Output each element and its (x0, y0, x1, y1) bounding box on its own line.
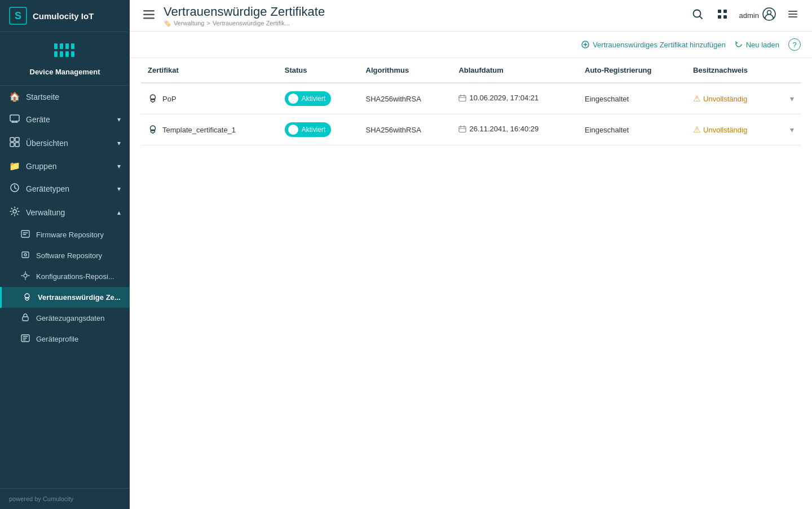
cell-ablaufdatum: 10.06.2029, 17:04:21 (452, 83, 578, 114)
device-management-label: Device Management (30, 68, 100, 76)
topbar-actions: admin (690, 6, 801, 25)
sidebar-item-geraetetypen[interactable]: Gerätetypen ▾ (0, 177, 130, 201)
certificate-row-icon (148, 124, 158, 136)
svg-rect-34 (788, 16, 797, 17)
devices-icon (9, 113, 20, 126)
more-options-button[interactable] (785, 6, 801, 25)
sidebar-item-gruppen[interactable]: 📁 Gruppen ▾ (0, 155, 130, 177)
toggle-circle (288, 94, 298, 104)
warning-icon: ⚠ (693, 94, 700, 104)
config-icon (20, 271, 30, 282)
search-button[interactable] (690, 6, 705, 25)
sidebar-item-label: Verwaltung (26, 208, 65, 217)
chevron-down-icon: ▾ (117, 185, 121, 193)
powered-by-label: powered by Cumulocity (9, 495, 73, 502)
svg-rect-23 (143, 14, 155, 16)
sidebar-footer: powered by Cumulocity (0, 488, 130, 509)
sidebar-item-vertrauenswuerdige-zertifikate[interactable]: Vertrauenswürdige Ze... (0, 287, 130, 308)
svg-rect-16 (22, 252, 29, 258)
sidebar-item-startseite[interactable]: 🏠 Startseite (0, 86, 130, 108)
cell-besitznachweis: ⚠ Unvollständig (686, 114, 778, 145)
certificate-icon (22, 292, 32, 303)
status-label: Aktiviert (302, 126, 326, 134)
page-title: Vertrauenswürdige Zertifikate (164, 5, 683, 19)
breadcrumb-parent: Verwaltung (174, 20, 204, 26)
cell-ablaufdatum: 26.11.2041, 16:40:29 (452, 114, 578, 145)
svg-rect-11 (10, 143, 14, 147)
col-expand (778, 58, 801, 83)
sidebar-sub-item-label: Vertrauenswürdige Ze... (38, 293, 121, 302)
sidebar-item-geraeteprofile[interactable]: Geräteprofile (0, 329, 130, 349)
profiles-icon (20, 334, 30, 344)
row-expand-icon[interactable]: ▾ (790, 94, 794, 103)
add-certificate-button[interactable]: Vertrauenswürdiges Zertifikat hinzufügen (581, 41, 726, 49)
cell-status: Aktiviert (278, 83, 359, 114)
zertifikat-name: PoP (162, 95, 176, 103)
col-zertifikat: Zertifikat (141, 58, 278, 83)
toggle-circle (288, 125, 298, 135)
svg-point-17 (24, 254, 27, 256)
calendar-icon (458, 125, 466, 133)
svg-rect-32 (788, 11, 797, 12)
sidebar: S Cumulocity IoT Device Management 🏠 Sta… (0, 0, 130, 509)
certificates-table: Zertifikat Status Algorithmus Ablaufdatu… (141, 58, 801, 145)
breadcrumb: 🏷️ Verwaltung > Vertrauenswürdige Zertif… (164, 20, 683, 27)
row-expand-icon[interactable]: ▾ (790, 125, 794, 134)
table-row[interactable]: Template_certificate_1 Aktiviert SHA256w… (141, 114, 801, 145)
chevron-down-icon: ▾ (117, 139, 121, 147)
device-management-section: Device Management (0, 32, 130, 86)
sidebar-item-uebersichten[interactable]: Übersichten ▾ (0, 131, 130, 155)
svg-rect-24 (143, 17, 155, 19)
ablaufdatum-value: 10.06.2029, 17:04:21 (469, 94, 539, 102)
besitznachweis-label: Unvollständig (703, 95, 747, 103)
col-ablaufdatum: Ablaufdatum (452, 58, 578, 83)
status-badge[interactable]: Aktiviert (285, 91, 332, 106)
sidebar-item-konfigurations-repository[interactable]: Konfigurations-Reposi... (0, 266, 130, 287)
cell-auto-registrierung: Eingeschaltet (578, 114, 686, 145)
svg-rect-0 (54, 43, 58, 49)
access-icon (20, 313, 30, 324)
chevron-down-icon: ▾ (117, 162, 121, 170)
firmware-icon (20, 229, 30, 240)
sidebar-item-geraetezugangsdaten[interactable]: Gerätezugangsdaten (0, 308, 130, 329)
title-block: Vertrauenswürdige Zertifikate 🏷️ Verwalt… (164, 5, 683, 27)
col-auto-registrierung: Auto-Registrierung (578, 58, 686, 83)
user-menu[interactable]: admin (739, 7, 776, 24)
reload-button[interactable]: Neu laden (735, 41, 779, 49)
help-button[interactable]: ? (788, 38, 801, 51)
chevron-up-icon: ▴ (117, 209, 121, 216)
cell-expand[interactable]: ▾ (778, 114, 801, 145)
app-switcher-button[interactable] (714, 6, 730, 25)
breadcrumb-separator: > (206, 20, 210, 26)
chevron-down-icon: ▾ (117, 116, 121, 123)
device-management-icon (52, 41, 77, 64)
user-avatar-icon (762, 7, 776, 24)
status-badge[interactable]: Aktiviert (285, 122, 332, 137)
svg-rect-5 (60, 51, 63, 57)
sidebar-item-geraete[interactable]: Geräte ▾ (0, 108, 130, 131)
svg-rect-12 (15, 143, 19, 147)
svg-rect-2 (65, 43, 69, 49)
cell-zertifikat: Template_certificate_1 (141, 114, 278, 145)
sidebar-item-label: Gerätetypen (26, 184, 69, 193)
svg-point-31 (767, 10, 771, 14)
col-status: Status (278, 58, 359, 83)
ablaufdatum-value: 26.11.2041, 16:40:29 (469, 125, 539, 133)
svg-rect-15 (21, 231, 29, 237)
sidebar-item-firmware-repository[interactable]: Firmware Repository (0, 224, 130, 245)
table-row[interactable]: PoP Aktiviert SHA256withRSA 10.06.2029, … (141, 83, 801, 114)
sidebar-item-software-repository[interactable]: Software Repository (0, 245, 130, 266)
besitznachweis-badge: ⚠ Unvollständig (693, 125, 747, 135)
svg-rect-8 (10, 115, 19, 121)
cell-besitznachweis: ⚠ Unvollständig (686, 83, 778, 114)
sidebar-item-verwaltung[interactable]: Verwaltung ▴ (0, 201, 130, 224)
svg-rect-7 (71, 51, 74, 57)
svg-rect-10 (15, 138, 19, 141)
groups-icon: 📁 (9, 161, 20, 171)
sidebar-item-label: Übersichten (26, 139, 68, 148)
certificates-table-container: Zertifikat Status Algorithmus Ablaufdatu… (130, 58, 812, 509)
cell-expand[interactable]: ▾ (778, 83, 801, 114)
menu-toggle-button[interactable] (141, 7, 157, 24)
sidebar-sub-item-label: Geräteprofile (36, 335, 78, 343)
device-types-icon (9, 183, 20, 195)
